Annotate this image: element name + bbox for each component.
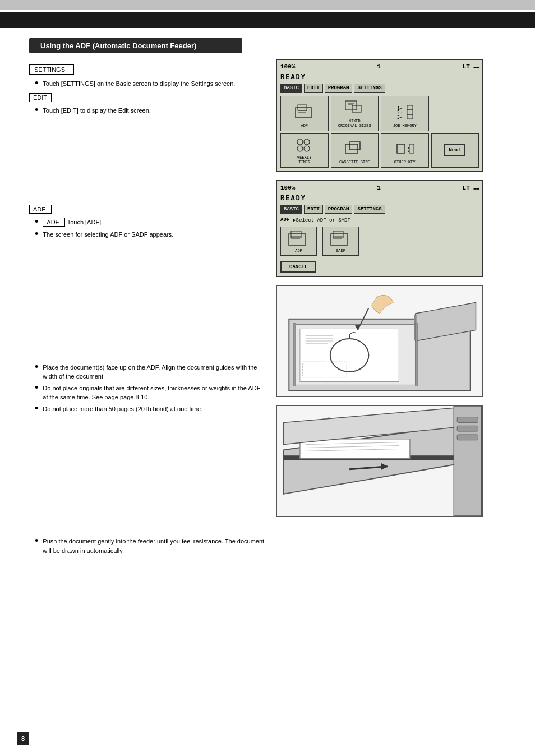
svg-rect-46 xyxy=(416,324,418,386)
sec3-bullet2-item: • Do not place originals that are differ… xyxy=(35,384,265,402)
bullet4-text: The screen for selecting ADF or SADF app… xyxy=(43,230,173,239)
lcd-screen-2: 100% 1 LT ▬▬ READY BASIC EDIT PROGRAM SE… xyxy=(276,180,483,277)
svg-rect-9 xyxy=(407,105,413,110)
lcd1-btn-next[interactable]: Next xyxy=(431,133,479,168)
lcd2-cancel-btn[interactable]: CANCEL xyxy=(280,261,316,273)
step3-label: ADF xyxy=(29,205,52,214)
lcd1-tab-basic[interactable]: BASIC xyxy=(280,84,302,93)
bullet1-text: Touch [SETTINGS] on the Basic screen to … xyxy=(43,79,235,89)
step1-label: SETTINGS xyxy=(29,64,74,75)
otherkey-icon: : xyxy=(395,141,415,159)
illustration-2 xyxy=(276,405,483,517)
svg-rect-13 xyxy=(407,114,413,119)
lcd1-tab-settings[interactable]: SETTINGS xyxy=(354,84,385,93)
lcd2-tab-program[interactable]: PROGRAM xyxy=(325,205,353,214)
lcd2-cancel-area: CANCEL xyxy=(280,259,479,273)
sec4-bullet1-text: Push the document gently into the feeder… xyxy=(43,537,265,555)
illus2-svg xyxy=(277,406,482,516)
lcd1-copies: 1 xyxy=(377,63,381,70)
lcd2-top-row: 100% 1 LT ▬▬ xyxy=(280,185,479,193)
svg-point-14 xyxy=(297,139,303,145)
sec3-bullet2-text: Do not place originals that are differen… xyxy=(43,384,265,402)
lcd1-btn-otherkey[interactable]: : OTHER KEY xyxy=(381,133,429,168)
svg-rect-55 xyxy=(457,417,478,423)
illus1-svg xyxy=(277,286,482,396)
lcd1-btn-cassette-label: CASSETTE SIZE xyxy=(339,160,370,164)
lcd2-btn-sadf[interactable]: SADF xyxy=(322,227,359,256)
lcd1-btn-adf[interactable]: ADF xyxy=(280,96,329,131)
lcd1-btn-jobmem[interactable]: 1→ 2→ 3→ JOB MEMORY xyxy=(381,96,429,131)
lcd2-sub-text: ▶Select ADF or SADF xyxy=(293,217,350,223)
adf-inline-label: ADF xyxy=(43,218,65,227)
top-bar xyxy=(0,0,535,10)
sec3-bullet3-text: Do not place more than 50 pages (20 lb b… xyxy=(43,404,202,414)
svg-rect-19 xyxy=(350,142,360,150)
section3-block: • Place the document(s) face up on the A… xyxy=(29,363,265,414)
lcd1-btn-cassette[interactable]: CASSETTE SIZE xyxy=(331,133,379,168)
sec3-bullet2-dot: • xyxy=(35,382,38,393)
lcd1-top-row: 100% 1 LT ▬▬ xyxy=(280,63,479,72)
svg-rect-45 xyxy=(293,324,296,386)
lcd1-tabs: BASIC EDIT PROGRAM SETTINGS xyxy=(280,84,479,93)
lcd2-tab-settings[interactable]: SETTINGS xyxy=(354,205,385,214)
lcd2-btn-adf-label: ADF xyxy=(295,248,302,253)
lcd1-btn-mixed-label: MIXEDORIGINAL SIZES xyxy=(338,119,371,128)
section4-block: • Push the document gently into the feed… xyxy=(29,537,265,555)
lcd1-tab-program[interactable]: PROGRAM xyxy=(325,84,353,93)
next-label: Next xyxy=(444,144,465,156)
lcd1-btn-adf-label: ADF xyxy=(301,123,308,128)
page-wrapper: Using the ADF (Automatic Document Feeder… xyxy=(0,0,535,756)
svg-rect-57 xyxy=(457,435,478,440)
sec4-bullet1-item: • Push the document gently into the feed… xyxy=(35,537,265,555)
lcd1-btn-mixed[interactable]: MIXEDORIGINAL SIZES xyxy=(331,96,379,131)
lcd2-sadf-icon xyxy=(330,229,352,248)
mixed-icon xyxy=(344,99,365,118)
bullet3-item: • ADF Touch [ADF]. xyxy=(35,218,265,228)
lcd2-tab-basic[interactable]: BASIC xyxy=(280,205,302,214)
bullet3-text: Touch [ADF]. xyxy=(67,219,103,225)
sec3-link: page 8-10 xyxy=(120,394,148,400)
lcd1-spacer1 xyxy=(431,96,479,131)
sec3-bullet1-item: • Place the document(s) face up on the A… xyxy=(35,363,265,381)
bullet1-dot: • xyxy=(35,78,38,88)
lcd-screen-1: 100% 1 LT ▬▬ READY BASIC EDIT PROGRAM SE… xyxy=(276,59,483,172)
svg-rect-11 xyxy=(407,110,413,114)
lcd2-choices: ADF SADF xyxy=(280,227,479,256)
sec3-bullet1-dot: • xyxy=(35,362,38,372)
page-number: 8 xyxy=(17,732,29,745)
lcd1-btn-jobmem-label: JOB MEMORY xyxy=(393,123,417,128)
right-column: 100% 1 LT ▬▬ READY BASIC EDIT PROGRAM SE… xyxy=(276,59,511,561)
left-column: SETTINGS • Touch [SETTINGS] on the Basic… xyxy=(29,59,265,561)
bullet2-item: • Touch [EDIT] to display the Edit scree… xyxy=(35,106,265,116)
lcd1-percent: 100% xyxy=(280,63,295,70)
lcd2-tabs: BASIC EDIT PROGRAM SETTINGS xyxy=(280,205,479,214)
bullet3-dot: • xyxy=(35,216,38,227)
lcd2-percent: 100% xyxy=(280,185,295,191)
lcd2-btn-adf[interactable]: ADF xyxy=(280,227,317,256)
lcd1-paper: LT ▬▬ xyxy=(463,63,479,70)
lcd1-buttons-grid: ADF MIXEDORIGINAL SIZES xyxy=(280,96,479,168)
lcd2-adf-icon xyxy=(288,229,310,248)
svg-point-17 xyxy=(304,146,310,151)
main-content: SETTINGS • Touch [SETTINGS] on the Basic… xyxy=(0,53,535,561)
bullet4-dot: • xyxy=(35,229,38,239)
lcd1-btn-weekly[interactable]: WEEKLYTIMER xyxy=(280,133,329,168)
svg-rect-21 xyxy=(397,144,405,153)
lcd1-btn-weekly-label: WEEKLYTIMER xyxy=(297,155,311,165)
step2-block: ADF • ADF Touch [ADF]. • The screen for … xyxy=(29,205,265,239)
illustration-1 xyxy=(276,285,483,397)
svg-rect-18 xyxy=(345,144,358,153)
weekly-icon xyxy=(294,136,315,154)
svg-rect-48 xyxy=(300,439,410,458)
bullet1-item: • Touch [SETTINGS] on the Basic screen t… xyxy=(35,79,265,89)
svg-point-15 xyxy=(304,139,310,145)
cassette-icon xyxy=(344,141,365,159)
lcd2-btn-sadf-label: SADF xyxy=(336,248,345,253)
bullet2-dot: • xyxy=(35,105,38,115)
lcd2-tab-edit[interactable]: EDIT xyxy=(304,205,323,214)
lcd1-btn-otherkey-label: OTHER KEY xyxy=(394,160,416,164)
lcd2-copies: 1 xyxy=(377,185,381,191)
bullet4-item: • The screen for selecting ADF or SADF a… xyxy=(35,230,265,239)
bullet2-text: Touch [EDIT] to display the Edit screen. xyxy=(43,106,151,116)
lcd1-tab-edit[interactable]: EDIT xyxy=(304,84,323,93)
